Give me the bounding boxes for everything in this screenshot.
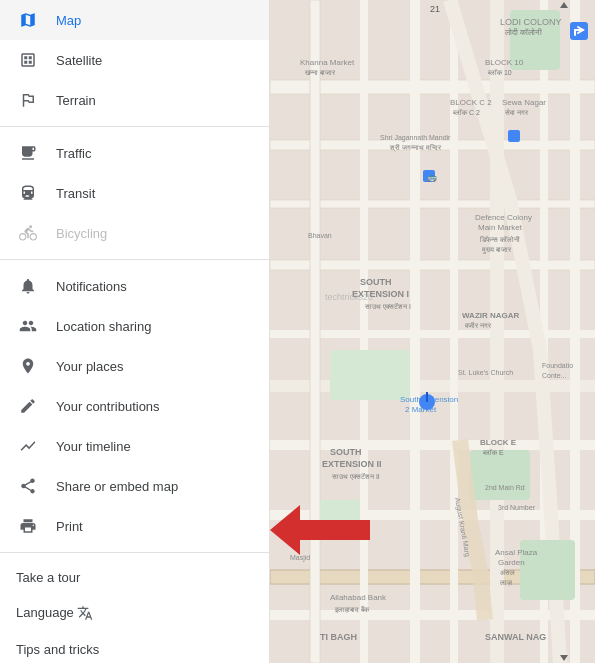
svg-text:साउथ एक्सटेंशन II: साउथ एक्सटेंशन II [331,472,380,480]
svg-rect-19 [330,350,410,400]
svg-text:Masjid: Masjid [290,554,310,562]
svg-text:Ansal Plaza: Ansal Plaza [495,548,538,557]
svg-text:लोदी कॉलोनी: लोदी कॉलोनी [504,27,542,37]
svg-text:BLOCK E: BLOCK E [480,438,517,447]
svg-text:LODI COLONY: LODI COLONY [500,17,562,27]
svg-text:BLOCK C 2: BLOCK C 2 [450,98,492,107]
svg-text:Bhavan: Bhavan [308,232,332,239]
your-places-icon [16,354,40,378]
sidebar-item-notifications[interactable]: Notifications [0,266,269,306]
sidebar-item-print-label: Print [56,519,253,534]
map-type-section: Map Satellite Terrain [0,0,269,120]
svg-text:BLOCK 10: BLOCK 10 [485,58,524,67]
sidebar-item-your-places-label: Your places [56,359,253,374]
sidebar-item-location-sharing-label: Location sharing [56,319,253,334]
svg-text:सेवा नगर: सेवा नगर [504,108,529,116]
svg-text:21: 21 [430,4,440,14]
sidebar-item-map[interactable]: Map [0,0,269,40]
divider-2 [0,259,269,260]
svg-text:ब्लॉक 10: ब्लॉक 10 [487,69,512,76]
notifications-icon [16,274,40,298]
svg-text:श्री जगन्नाथ मन्दिर: श्री जगन्नाथ मन्दिर [389,143,442,152]
sidebar-item-transit[interactable]: Transit [0,173,269,213]
svg-text:इलाहाबाद बैंक: इलाहाबाद बैंक [334,605,370,614]
svg-rect-12 [360,0,368,663]
your-contributions-icon [16,394,40,418]
sidebar-item-satellite-label: Satellite [56,53,253,68]
svg-text:ब्लॉक E: ब्लॉक E [482,449,504,456]
arrow-annotation [270,505,370,555]
svg-text:Defence Colony: Defence Colony [475,213,532,222]
svg-rect-13 [410,0,420,663]
svg-text:मुख्य बाजार: मुख्य बाजार [481,246,512,254]
svg-text:St. Luke's Church: St. Luke's Church [458,369,513,376]
sidebar-item-your-timeline-label: Your timeline [56,439,253,454]
sidebar-item-notifications-label: Notifications [56,279,253,294]
svg-text:TI BAGH: TI BAGH [320,632,357,642]
svg-rect-64 [508,130,520,142]
svg-text:WAZIR NAGAR: WAZIR NAGAR [462,311,520,320]
red-arrow-svg [270,505,370,555]
location-sharing-icon [16,314,40,338]
svg-text:अंसल: अंसल [500,569,515,576]
svg-text:Sewa Nagar: Sewa Nagar [502,98,546,107]
sidebar-item-your-contributions-label: Your contributions [56,399,253,414]
svg-text:SOUTH: SOUTH [360,277,392,287]
svg-text:SANWAL NAG: SANWAL NAG [485,632,546,642]
transit-icon [16,181,40,205]
sidebar-item-print[interactable]: Print [0,506,269,546]
sidebar-item-your-contributions[interactable]: Your contributions [0,386,269,426]
svg-text:लाज़: लाज़ [499,579,512,586]
sidebar-item-satellite[interactable]: Satellite [0,40,269,80]
sidebar-item-share-embed-label: Share or embed map [56,479,253,494]
satellite-icon [16,48,40,72]
svg-text:Allahabad Bank: Allahabad Bank [330,593,387,602]
sidebar-item-transit-label: Transit [56,186,253,201]
sidebar-item-your-places[interactable]: Your places [0,346,269,386]
sidebar-item-take-a-tour[interactable]: Take a tour [0,559,269,595]
svg-text:SOUTH: SOUTH [330,447,362,457]
svg-text:EXTENSION II: EXTENSION II [322,459,382,469]
svg-text:🚌: 🚌 [427,172,437,182]
traffic-icon [16,141,40,165]
sidebar-item-your-timeline[interactable]: Your timeline [0,426,269,466]
sidebar-item-take-a-tour-label: Take a tour [16,570,80,585]
share-embed-icon [16,474,40,498]
your-timeline-icon [16,434,40,458]
sidebar-item-bicycling-label: Bicycling [56,226,253,241]
svg-text:Shri Jagannath Mandir: Shri Jagannath Mandir [380,134,451,142]
divider-1 [0,126,269,127]
svg-text:Garden: Garden [498,558,525,567]
sidebar-item-map-label: Map [56,13,253,28]
svg-text:डिफेन्स कॉलोनी: डिफेन्स कॉलोनी [479,235,520,243]
sidebar-item-terrain-label: Terrain [56,93,253,108]
map-svg: LODI COLONY लोदी कॉलोनी BLOCK 10 ब्लॉक 1… [270,0,595,663]
map-canvas[interactable]: LODI COLONY लोदी कॉलोनी BLOCK 10 ब्लॉक 1… [270,0,595,663]
svg-text:Foundatio: Foundatio [542,362,573,369]
svg-text:2nd Main Rd: 2nd Main Rd [485,484,525,491]
map-icon [16,8,40,32]
sidebar-item-language[interactable]: Language [0,595,269,631]
svg-rect-20 [470,450,530,500]
svg-text:Khanna Market: Khanna Market [300,58,355,67]
sidebar-item-traffic[interactable]: Traffic [0,133,269,173]
sidebar-item-terrain[interactable]: Terrain [0,80,269,120]
print-icon [16,514,40,538]
layer-section: Traffic Transit Bicycling [0,133,269,253]
sidebar-item-traffic-label: Traffic [56,146,253,161]
personal-section: Notifications Location sharing Your plac… [0,266,269,546]
svg-text:खन्ना बाजार: खन्ना बाजार [304,69,336,76]
sidebar-item-location-sharing[interactable]: Location sharing [0,306,269,346]
sidebar-item-tips-tricks[interactable]: Tips and tricks [0,631,269,663]
sidebar: Map Satellite Terrain Traffic [0,0,270,663]
divider-3 [0,552,269,553]
svg-text:3rd Number: 3rd Number [498,504,536,511]
svg-text:साउथ एक्सटेंशन I: साउथ एक्सटेंशन I [364,302,411,310]
sidebar-item-bicycling[interactable]: Bicycling [0,213,269,253]
bicycling-icon [16,221,40,245]
sidebar-item-language-label: Language [16,605,93,622]
svg-text:techtricks20: techtricks20 [325,292,373,302]
svg-text:Main Market: Main Market [478,223,523,232]
svg-marker-76 [270,505,370,555]
sidebar-item-share-embed[interactable]: Share or embed map [0,466,269,506]
